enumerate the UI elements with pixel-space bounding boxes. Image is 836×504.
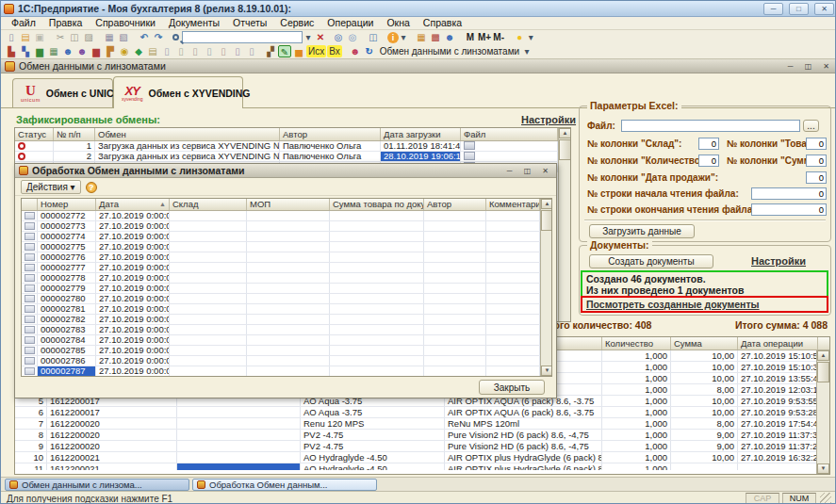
table-row[interactable]: 9 1612200020 PV2 -4.75 Pure Vision2 HD (… bbox=[15, 441, 829, 452]
table-row[interactable]: 000002785 27.10.2019 0:00:00 bbox=[22, 346, 540, 356]
report-balance-icon[interactable]: ▚ bbox=[19, 45, 32, 57]
col-tovar-input[interactable] bbox=[806, 138, 827, 150]
row-end-input[interactable] bbox=[751, 203, 827, 216]
column-header[interactable]: Склад bbox=[170, 199, 247, 210]
calendar-icon[interactable]: ▦ bbox=[415, 31, 428, 43]
dialog-titlebar[interactable]: Обработка Обмен данными с линзоматами ─ … bbox=[15, 164, 556, 178]
memory-plus-button[interactable]: M+ bbox=[478, 31, 491, 43]
tip-arrow-icon[interactable]: ▾ bbox=[527, 31, 534, 43]
person-add-icon[interactable]: ☻ bbox=[75, 45, 89, 57]
column-header[interactable]: Дата операции bbox=[738, 337, 818, 350]
documents-settings-link[interactable]: Настройки bbox=[751, 255, 806, 267]
green-book-icon[interactable]: ▆ bbox=[33, 45, 46, 57]
table-row[interactable]: 10 1612200021 AO Hydraglyde -4.50 AIR OP… bbox=[15, 452, 829, 463]
cut-icon[interactable]: ✂ bbox=[54, 31, 67, 43]
column-header-date[interactable]: Дата▲ bbox=[96, 199, 170, 210]
load-data-button[interactable]: Загрузить данные bbox=[589, 224, 695, 238]
table-row[interactable]: 000002777 27.10.2019 0:00:00 bbox=[22, 263, 540, 273]
table-row[interactable]: 11 1612200021 AO Hydraglyde -4.50 AIR OP… bbox=[15, 463, 829, 470]
red-book-icon[interactable]: ▆ bbox=[90, 45, 103, 57]
col-summa-input[interactable] bbox=[806, 154, 827, 167]
column-header[interactable]: Обмен bbox=[95, 128, 280, 140]
memory-minus-button[interactable]: M- bbox=[492, 31, 505, 43]
forward-icon[interactable]: ↷ bbox=[152, 31, 165, 43]
tip-bulb-icon[interactable]: ● bbox=[513, 31, 526, 43]
exchanges-settings-link[interactable]: Настройки bbox=[521, 114, 576, 125]
table-row[interactable]: 000002783 27.10.2019 0:00:00 bbox=[22, 325, 540, 335]
scroll-up-icon[interactable]: ▲ bbox=[817, 350, 829, 361]
close-dialog-button[interactable]: Закрыть bbox=[479, 380, 545, 395]
doc-blank-5-icon[interactable]: ▯ bbox=[217, 45, 230, 57]
menu-item[interactable]: Документы bbox=[162, 17, 226, 29]
doc-blank-1-icon[interactable]: ▯ bbox=[160, 45, 173, 57]
column-header[interactable]: Статус bbox=[15, 128, 54, 140]
mdi-minimize-button[interactable]: ─ bbox=[783, 61, 797, 72]
table-row[interactable]: 000002782 27.10.2019 0:00:00 bbox=[22, 315, 540, 325]
table-row[interactable]: 000002784 27.10.2019 0:00:00 bbox=[22, 335, 540, 346]
menu-item[interactable]: Справка bbox=[417, 17, 468, 29]
table-row[interactable]: 000002780 27.10.2019 0:00:00 bbox=[22, 294, 540, 304]
mdi-restore-button[interactable]: ◫ bbox=[801, 61, 815, 72]
close-button[interactable]: ✕ bbox=[814, 3, 834, 15]
doc-blank-6-icon[interactable]: ▯ bbox=[231, 45, 244, 57]
copy-icon[interactable]: ◫ bbox=[68, 31, 81, 43]
lens-exchange-icon[interactable]: ↻ bbox=[363, 45, 376, 57]
new-document-icon[interactable]: ▯ bbox=[5, 31, 18, 43]
taskbar-tab-processing[interactable]: Обработка Обмен данным... bbox=[192, 479, 377, 491]
browse-button[interactable]: ... bbox=[803, 120, 819, 132]
doc-blank-7-icon[interactable]: ▯ bbox=[245, 45, 258, 57]
col-kolvo-input[interactable] bbox=[698, 154, 719, 167]
windows-icon[interactable]: ◫ bbox=[367, 31, 380, 43]
info-arrow-icon[interactable]: ▾ bbox=[400, 31, 407, 43]
mdi-window-titlebar[interactable]: Обмен данными с линзоматами ─ ◫ ✕ bbox=[1, 59, 836, 73]
table-row[interactable]: 6 1612200017 AO Aqua -3.75 AIR OPTIX AQU… bbox=[15, 407, 829, 418]
doc-blank-4-icon[interactable]: ▯ bbox=[203, 45, 216, 57]
actions-button[interactable]: Действия ▾ bbox=[21, 180, 81, 194]
report-turnover-icon[interactable]: ▙ bbox=[5, 45, 18, 57]
column-header[interactable]: Дата загрузки bbox=[381, 128, 461, 140]
column-header[interactable]: Количество bbox=[602, 337, 671, 350]
column-header[interactable]: Номер bbox=[38, 199, 96, 210]
table-row[interactable]: 000002781 27.10.2019 0:00:00 bbox=[22, 304, 540, 315]
menu-item[interactable]: Окна bbox=[380, 17, 416, 29]
table-row[interactable]: 000002774 27.10.2019 0:00:00 bbox=[22, 232, 540, 242]
doc-blank-3-icon[interactable]: ▯ bbox=[189, 45, 202, 57]
table-row[interactable]: 2 Загрузка данных из сервиса XYVENDING №… bbox=[15, 152, 558, 162]
column-header[interactable]: № п/п bbox=[54, 128, 95, 140]
column-header[interactable]: Сумма bbox=[671, 337, 738, 350]
table-row[interactable]: 000002786 27.10.2019 0:00:00 bbox=[22, 356, 540, 366]
menu-item[interactable]: Справочники bbox=[89, 17, 162, 29]
menu-item[interactable]: Операции bbox=[320, 17, 380, 29]
column-header[interactable]: Сумма товара по доку... bbox=[330, 199, 424, 210]
table-row[interactable]: 000002778 27.10.2019 0:00:00 bbox=[22, 273, 540, 284]
file-path-input[interactable] bbox=[621, 120, 800, 132]
row-start-input[interactable] bbox=[751, 187, 827, 200]
scroll-thumb[interactable] bbox=[817, 362, 829, 382]
menu-item[interactable]: Сервис bbox=[273, 17, 320, 29]
scroll-up-icon[interactable]: ▲ bbox=[541, 199, 552, 209]
table-row[interactable]: 000002776 27.10.2019 0:00:00 bbox=[22, 252, 540, 263]
maximize-button[interactable]: □ bbox=[789, 3, 809, 15]
column-header[interactable]: МОП bbox=[247, 199, 330, 210]
info-icon[interactable]: i bbox=[387, 32, 399, 43]
menu-item[interactable]: Правка bbox=[42, 17, 89, 29]
print-icon[interactable]: ▦ bbox=[103, 31, 116, 43]
search-input[interactable] bbox=[182, 31, 303, 43]
table-row[interactable]: 000002772 27.10.2019 0:00:00 bbox=[22, 211, 540, 221]
scroll-up-icon[interactable]: ▲ bbox=[559, 128, 571, 138]
column-header[interactable]: Комментарий bbox=[486, 199, 540, 210]
table-row[interactable]: 000002773 27.10.2019 0:00:00 bbox=[22, 221, 540, 232]
scroll-thumb[interactable] bbox=[541, 210, 552, 231]
resize-grip[interactable] bbox=[820, 493, 831, 504]
create-documents-button[interactable]: Создать документы bbox=[589, 254, 713, 268]
mdi-close-button[interactable]: ✕ bbox=[819, 61, 833, 72]
chevron-down-icon[interactable]: ▾ bbox=[523, 45, 531, 57]
menu-item[interactable]: Файл bbox=[5, 17, 42, 29]
chart-orange-icon[interactable]: ▅ bbox=[292, 45, 305, 57]
table-row[interactable]: 8 1612200020 PV2 -4.75 Pure Vision2 HD (… bbox=[15, 430, 829, 441]
column-header[interactable]: Автор bbox=[424, 199, 486, 210]
users-icon[interactable]: ☻ bbox=[443, 31, 456, 43]
window-titlebar[interactable]: 1С:Предприятие - Моя бухгалтерия 8 (рели… bbox=[1, 1, 836, 17]
dialog-restore-button[interactable]: ◫ bbox=[520, 166, 534, 176]
memory-m-button[interactable]: M bbox=[464, 31, 477, 43]
